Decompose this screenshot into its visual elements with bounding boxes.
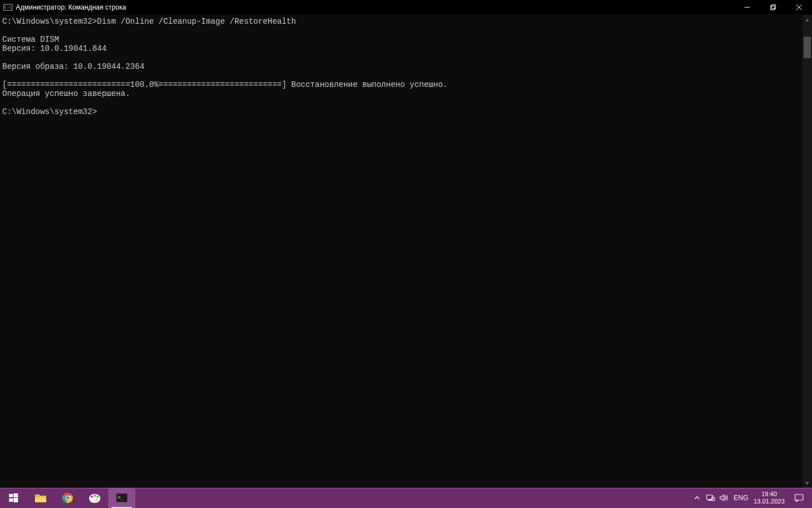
scroll-track[interactable] (802, 24, 812, 478)
taskbar-item-chrome[interactable] (54, 488, 81, 508)
window-title: Администратор: Командная строка (16, 3, 126, 11)
console-line: Cистема DISM (2, 35, 800, 44)
console-line: Операция успешно завершена. (2, 89, 800, 98)
chrome-icon (62, 492, 73, 503)
console-line: Версия: 10.0.19041.844 (2, 44, 800, 53)
svg-rect-7 (9, 498, 13, 502)
folder-icon (34, 493, 47, 503)
svg-point-16 (96, 496, 99, 498)
terminal-icon: >_ (116, 493, 127, 502)
console-area: C:\Windows\system32>Dism /Online /Cleanu… (0, 15, 812, 488)
close-button[interactable] (786, 0, 812, 15)
paintnet-icon (89, 492, 101, 503)
tray-notifications-icon[interactable] (787, 494, 811, 502)
taskbar-item-cmd[interactable]: >_ (108, 488, 135, 508)
svg-rect-23 (795, 494, 803, 500)
tray-volume-icon[interactable] (717, 488, 731, 508)
start-button[interactable] (0, 488, 27, 508)
prompt-command: Dism /Online /Cleanup-Image /RestoreHeal… (97, 17, 296, 26)
minimize-button[interactable] (734, 0, 760, 15)
tray-time: 19:40 (761, 491, 777, 498)
cmd-window: C:\ Администратор: Командная строка C:\W… (0, 0, 812, 488)
svg-text:>_: >_ (118, 495, 123, 500)
svg-rect-21 (708, 500, 711, 501)
prompt-path: C:\Windows\system32> (2, 17, 97, 26)
console-line (2, 53, 800, 62)
console-line (2, 98, 800, 107)
scroll-thumb[interactable] (804, 37, 811, 58)
console-output[interactable]: C:\Windows\system32>Dism /Online /Cleanu… (0, 15, 802, 488)
cmd-icon: C:\ (3, 4, 12, 11)
console-line: [==========================100.0%=======… (2, 80, 800, 89)
tray-date: 13.01.2023 (753, 498, 784, 505)
svg-point-15 (94, 494, 96, 497)
taskbar-item-file-explorer[interactable] (27, 488, 54, 508)
scroll-up-button[interactable]: ▲ (802, 15, 812, 24)
titlebar[interactable]: C:\ Администратор: Командная строка (0, 0, 812, 15)
taskbar: >_ ENG 19:40 13.01.2023 (0, 488, 812, 508)
prompt-path: C:\Windows\system32> (2, 107, 97, 116)
scroll-down-button[interactable]: ▼ (802, 478, 812, 488)
tray-language[interactable]: ENG (731, 494, 751, 502)
console-line (2, 26, 800, 35)
console-line: Версия образа: 10.0.19044.2364 (2, 62, 800, 71)
console-line: C:\Windows\system32> (2, 107, 800, 116)
tray-clock[interactable]: 19:40 13.01.2023 (751, 491, 787, 505)
svg-point-14 (91, 496, 93, 498)
svg-rect-6 (14, 493, 18, 497)
svg-rect-9 (35, 497, 46, 498)
console-line (2, 71, 800, 80)
tray-chevron-up-icon[interactable] (690, 488, 704, 508)
svg-rect-2 (772, 5, 776, 9)
svg-rect-8 (14, 498, 18, 502)
console-line: C:\Windows\system32>Dism /Online /Cleanu… (2, 17, 800, 26)
vertical-scrollbar[interactable]: ▲ ▼ (802, 15, 812, 488)
taskbar-item-paintnet[interactable] (81, 488, 108, 508)
system-tray: ENG 19:40 13.01.2023 (690, 488, 812, 508)
maximize-button[interactable] (760, 0, 786, 15)
svg-rect-1 (771, 6, 775, 10)
tray-network-icon[interactable] (704, 488, 717, 508)
svg-rect-5 (9, 494, 13, 497)
